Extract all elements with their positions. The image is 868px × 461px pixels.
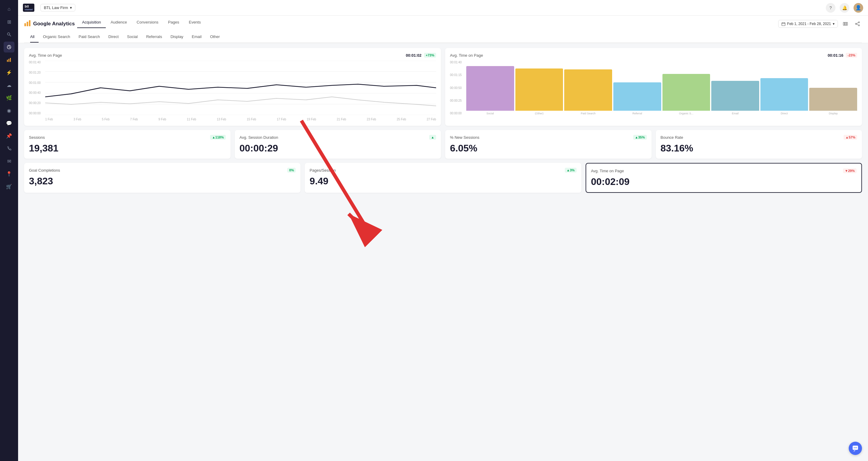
sidebar-icon-grid[interactable]: ⊞ <box>4 16 14 27</box>
page-header-top: Google Analytics Acquisition Audience Co… <box>24 19 862 28</box>
line-chart-badge: +73% <box>424 53 436 58</box>
bounce-rate-header: Bounce Rate ▲57% <box>661 135 858 140</box>
topnav: btl counsel BTL Law Firm ▾ ? 🔔 👤 <box>18 0 868 16</box>
tab-pages[interactable]: Pages <box>163 20 184 28</box>
line-chart-yaxis: 00:01:40 00:01:20 00:01:00 00:00:40 00:0… <box>29 61 44 115</box>
notifications-button[interactable]: 🔔 <box>840 3 849 13</box>
svg-line-21 <box>857 23 858 24</box>
sub-tab-all[interactable]: All <box>30 31 38 42</box>
bottom-row: Goal Completions 0% 3,823 Pages/Session … <box>24 163 862 193</box>
svg-rect-17 <box>846 22 847 25</box>
sidebar: ⌂ ⊞ ⚡ ☁ 🌿 ◉ 💬 📌 ✉ 📍 🛒 <box>0 0 18 461</box>
bar-chart-yaxis: 00:01:40 00:01:15 00:00:50 00:00:25 00:0… <box>450 61 466 115</box>
svg-rect-7 <box>10 58 11 62</box>
sidebar-icon-clock[interactable] <box>4 41 14 53</box>
svg-rect-15 <box>843 22 844 25</box>
firm-selector[interactable]: BTL Law Firm ▾ <box>40 4 75 11</box>
sessions-value: 19,381 <box>29 143 226 154</box>
avg-time-page-badge: ▼29% <box>843 168 857 173</box>
sidebar-icon-chat[interactable]: 💬 <box>4 118 14 128</box>
svg-rect-5 <box>7 60 8 62</box>
svg-line-4 <box>9 47 10 48</box>
svg-rect-9 <box>27 22 28 26</box>
svg-rect-16 <box>845 22 846 25</box>
sub-tab-email[interactable]: Email <box>187 31 206 42</box>
line-chart-card: Avg. Time on Page 00:01:02 +73% 00:01:40… <box>24 48 441 126</box>
bar-chart-inner: Social (Other) Paid Search Referral <box>466 61 857 115</box>
bar-direct: Direct <box>761 61 808 115</box>
bounce-rate-value: 83.16% <box>661 143 858 154</box>
sub-tab-organic-search[interactable]: Organic Search <box>38 31 74 42</box>
sub-tab-referrals[interactable]: Referrals <box>142 31 166 42</box>
svg-rect-11 <box>782 23 785 26</box>
chat-button[interactable] <box>849 442 862 455</box>
sidebar-icon-phone[interactable] <box>4 143 14 154</box>
sidebar-icon-mail[interactable]: ✉ <box>4 156 14 167</box>
pages-session-title: Pages/Session <box>310 168 336 173</box>
sub-tab-social[interactable]: Social <box>123 31 142 42</box>
tab-audience[interactable]: Audience <box>106 20 132 28</box>
share-button[interactable] <box>853 19 862 28</box>
new-sessions-value: 6.05% <box>450 143 647 154</box>
page-title-area: Google Analytics Acquisition Audience Co… <box>24 20 206 28</box>
bottom-row-container: Goal Completions 0% 3,823 Pages/Session … <box>24 163 862 193</box>
avg-time-page-value: 00:02:09 <box>591 176 857 188</box>
sidebar-icon-cart[interactable]: 🛒 <box>4 181 14 192</box>
svg-point-20 <box>858 25 860 26</box>
svg-rect-6 <box>8 59 9 62</box>
sub-tab-paid-search[interactable]: Paid Search <box>74 31 104 42</box>
bar-organic: Organic S... <box>662 61 710 115</box>
new-sessions-badge: ▲35% <box>633 135 647 140</box>
logo-area: btl counsel <box>23 4 34 12</box>
new-sessions-card: % New Sessions ▲35% 6.05% <box>445 130 652 159</box>
bounce-rate-title: Bounce Rate <box>661 135 683 140</box>
bar-chart-area: 00:01:40 00:01:15 00:00:50 00:00:25 00:0… <box>450 61 857 121</box>
sidebar-icon-lightning[interactable]: ⚡ <box>4 67 14 78</box>
tab-conversions[interactable]: Conversions <box>132 20 163 28</box>
page-title: Google Analytics <box>33 21 75 27</box>
svg-point-18 <box>858 22 860 23</box>
date-range-picker[interactable]: Feb 1, 2021 - Feb 28, 2021 ▾ <box>778 20 838 28</box>
view-columns-button[interactable] <box>841 19 850 28</box>
bounce-rate-badge: ▲57% <box>844 135 857 140</box>
goal-completions-card: Goal Completions 0% 3,823 <box>24 163 301 193</box>
bar-chart-value-area: 00:01:16 -23% <box>828 53 857 58</box>
sidebar-icon-location[interactable]: 📍 <box>4 168 14 179</box>
sidebar-icon-chart[interactable] <box>4 54 14 65</box>
sidebar-icon-search[interactable] <box>4 29 14 40</box>
sidebar-icon-circle[interactable]: ◉ <box>4 105 14 116</box>
main-wrapper: btl counsel BTL Law Firm ▾ ? 🔔 👤 Google … <box>18 0 868 461</box>
sub-tab-other[interactable]: Other <box>206 31 224 42</box>
line-chart-value-area: 00:01:02 +73% <box>406 53 436 58</box>
tab-acquisition[interactable]: Acquisition <box>77 20 106 28</box>
help-button[interactable]: ? <box>826 3 835 13</box>
tab-events[interactable]: Events <box>184 20 206 28</box>
avg-time-page-title: Avg. Time on Page <box>591 169 624 173</box>
goal-completions-header: Goal Completions 0% <box>29 168 296 173</box>
sub-tab-display[interactable]: Display <box>166 31 188 42</box>
bar-chart-title: Avg. Time on Page <box>450 53 483 58</box>
bar-other: (Other) <box>516 61 563 115</box>
bar-referral: Referral <box>613 61 661 115</box>
sub-tab-direct[interactable]: Direct <box>104 31 123 42</box>
sidebar-icon-leaf[interactable]: 🌿 <box>4 92 14 103</box>
bounce-rate-card: Bounce Rate ▲57% 83.16% <box>656 130 862 159</box>
avg-time-page-card: Avg. Time on Page ▼29% 00:02:09 <box>586 163 862 193</box>
sidebar-icon-pin[interactable]: 📌 <box>4 130 14 141</box>
session-duration-value: 00:00:29 <box>240 143 436 154</box>
metrics-row-container: Sessions ▲118% 19,381 Avg. Session Durat… <box>24 130 862 159</box>
line-chart-value: 00:01:02 <box>406 53 422 58</box>
svg-line-22 <box>857 24 858 25</box>
sidebar-icon-cloud[interactable]: ☁ <box>4 80 14 90</box>
svg-rect-8 <box>24 23 26 26</box>
goal-completions-value: 3,823 <box>29 176 296 187</box>
new-sessions-title: % New Sessions <box>450 135 479 140</box>
avatar[interactable]: 👤 <box>854 3 863 13</box>
sidebar-icon-home[interactable]: ⌂ <box>4 4 14 15</box>
sessions-card: Sessions ▲118% 19,381 <box>24 130 230 159</box>
line-chart-area: 00:01:40 00:01:20 00:01:00 00:00:40 00:0… <box>29 61 436 121</box>
header-right: Feb 1, 2021 - Feb 28, 2021 ▾ <box>778 19 862 28</box>
content-area: Google Analytics Acquisition Audience Co… <box>18 16 868 461</box>
sessions-header: Sessions ▲118% <box>29 135 226 140</box>
bar-paid-search: Paid Search <box>564 61 612 115</box>
